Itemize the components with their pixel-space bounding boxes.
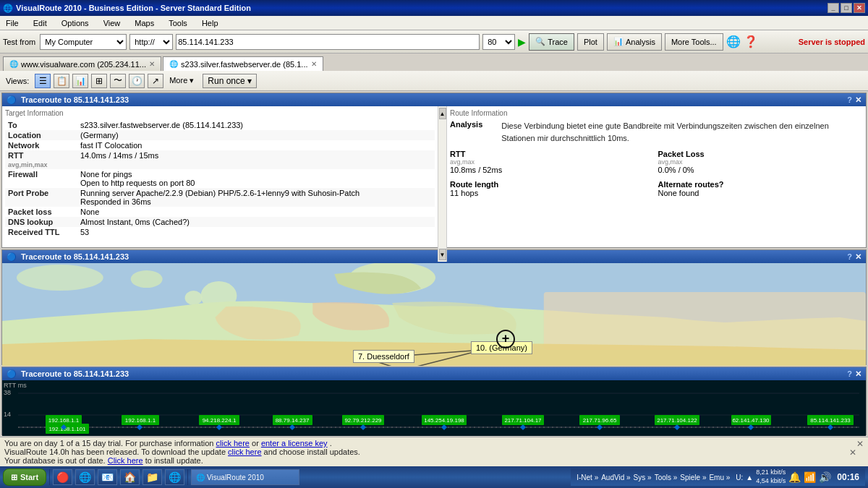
panel3-close[interactable]: ✕ <box>855 369 861 379</box>
panel2-close[interactable]: ✕ <box>855 252 861 262</box>
audvid-label[interactable]: AudVid » <box>601 474 630 481</box>
more-views-label[interactable]: More ▾ <box>169 76 194 85</box>
table-row: To s233.silver.fastwebserver.de (85.114.… <box>5 120 435 130</box>
analysis-label: Analysis <box>626 38 655 46</box>
test-from-select[interactable]: My Computer <box>40 34 127 50</box>
menu-tools[interactable]: Tools <box>166 18 190 28</box>
maximize-button[interactable]: □ <box>841 3 852 13</box>
more-tools-button[interactable]: More Tools... <box>665 33 723 51</box>
svg-marker-45 <box>441 424 447 430</box>
menu-edit[interactable]: Edit <box>30 18 50 28</box>
update-link[interactable]: click here <box>228 448 261 456</box>
menu-maps[interactable]: Maps <box>132 18 157 28</box>
svg-marker-50 <box>827 424 833 430</box>
run-once-button[interactable]: Run once ▾ <box>203 74 257 88</box>
tab-1[interactable]: 🌐 s233.silver.fastwebserver.de (85.1... … <box>163 56 323 71</box>
map-content[interactable]: 5. Frankfurt 7. Duesseldorf 10. (Germany… <box>2 263 866 366</box>
spiele-label[interactable]: Spiele » <box>680 474 706 481</box>
active-app-1[interactable]: 🌐 VisualRoute 2010 <box>191 469 299 485</box>
views-label: Views: <box>6 77 29 85</box>
trial-text: You are on day 1 of a 15 day trial. For … <box>4 439 216 448</box>
plot-button[interactable]: Plot <box>577 33 604 51</box>
view-grid-button[interactable]: ⊞ <box>91 74 107 88</box>
update-end: and choose install updates. <box>264 448 360 456</box>
scroll-down[interactable]: ▼ <box>439 249 446 260</box>
menu-view[interactable]: View <box>101 18 124 28</box>
menu-options[interactable]: Options <box>59 18 92 28</box>
minimize-button[interactable]: _ <box>827 3 839 13</box>
tabs-row: 🌐 www.visualware.com (205.234.11... ✕ 🌐 … <box>0 53 868 71</box>
menu-help[interactable]: Help <box>199 18 221 28</box>
trace-label: Trace <box>548 38 568 46</box>
quicklaunch-5[interactable]: 📁 <box>142 469 162 485</box>
close-button[interactable]: ✕ <box>854 3 865 13</box>
tools-label[interactable]: Tools » <box>655 474 678 481</box>
rtt-sublabel: avg,min,max <box>8 161 48 168</box>
route-info-section: Route Information Analysis Diese Verbind… <box>446 106 866 262</box>
panel3-help[interactable]: ? <box>847 369 852 379</box>
view-graph-button[interactable]: ↗ <box>148 74 163 88</box>
packet-loss-route-row: Packet Loss avg,max 0.0% / 0% <box>658 150 864 174</box>
speed-up: 8,21 kbit/s <box>756 468 786 477</box>
panel2-title: Traceroute to 85.114.141.233 <box>21 252 129 261</box>
protocol-select[interactable]: http:// <box>129 34 173 50</box>
port-select[interactable]: 80 <box>482 34 515 50</box>
quicklaunch-1[interactable]: 🔴 <box>53 469 72 485</box>
license-link[interactable]: enter a license key <box>261 439 328 448</box>
purchase-link[interactable]: click here <box>216 439 250 448</box>
start-button[interactable]: ⊞ Start <box>3 468 46 486</box>
status2-close[interactable]: ✕ <box>849 448 856 458</box>
quicklaunch-2[interactable]: 🌐 <box>75 469 95 485</box>
view-wave-button[interactable]: 〜 <box>110 74 126 88</box>
analysis-text: Diese Verbindung bietet eine gute Bandbr… <box>501 120 863 144</box>
view-list-button[interactable]: ☰ <box>35 74 51 88</box>
tab-1-label: s233.silver.fastwebserver.de (85.1... <box>181 60 307 69</box>
svg-marker-47 <box>597 424 603 430</box>
view-clock-button[interactable]: 🕐 <box>129 74 145 88</box>
svg-marker-41 <box>137 424 142 430</box>
quicklaunch-3[interactable]: 📧 <box>98 469 117 485</box>
status1-close[interactable]: ✕ <box>856 439 864 449</box>
tab-1-close[interactable]: ✕ <box>311 60 317 68</box>
row-label: Received TTL <box>5 227 77 237</box>
view-table-button[interactable]: 📋 <box>54 74 69 88</box>
row-value: 53 <box>77 227 435 237</box>
tab-0[interactable]: 🌐 www.visualware.com (205.234.11... ✕ <box>3 56 161 71</box>
sys-label[interactable]: Sys » <box>634 474 652 481</box>
panel2-help[interactable]: ? <box>847 252 852 262</box>
title-icon: 🌐 <box>3 4 13 13</box>
row-label: Packet loss <box>5 207 77 217</box>
trace-button[interactable]: 🔍 Trace <box>529 33 574 51</box>
view-chart-button[interactable]: 📊 <box>72 74 88 88</box>
analysis-button[interactable]: 📊 Analysis <box>607 33 662 51</box>
views-bar: Views: ☰ 📋 📊 ⊞ 〜 🕐 ↗ More ▾ Run once ▾ <box>0 71 868 91</box>
panel1-close[interactable]: ✕ <box>855 95 861 105</box>
db-update-link[interactable]: Click here <box>108 456 143 465</box>
scrollbar[interactable]: ▲ ▼ <box>438 106 446 262</box>
speed-down: 4,54 kbit/s <box>756 477 786 486</box>
time-display: 00:16 <box>837 472 859 482</box>
scroll-up[interactable]: ▲ <box>439 108 446 119</box>
row-label: Port Probe <box>5 188 77 207</box>
menu-file[interactable]: File <box>3 18 22 28</box>
up-arrow-icon: ▲ <box>746 474 753 481</box>
emu-label[interactable]: Emu » <box>709 474 730 481</box>
quicklaunch-6[interactable]: 🌐 <box>165 469 184 485</box>
inet-label[interactable]: I-Net » <box>576 474 598 481</box>
row-label: To <box>5 120 77 130</box>
target-info-title: Target Information <box>5 109 435 117</box>
svg-marker-48 <box>674 424 680 430</box>
map-svg <box>2 263 866 366</box>
taskbar-sep-2 <box>187 469 188 485</box>
rtt-route-label: RTT <box>450 150 655 158</box>
network-icon: 📶 <box>804 471 816 483</box>
url-input[interactable] <box>176 34 480 50</box>
quicklaunch-4[interactable]: 🏠 <box>120 469 140 485</box>
panel1-help[interactable]: ? <box>847 95 852 105</box>
table-row: RTTavg,min,max 14.0ms / 14ms / 15ms <box>5 150 435 169</box>
tab-0-close[interactable]: ✕ <box>149 60 155 68</box>
svg-point-1 <box>17 265 103 291</box>
taskbar-sep-1 <box>49 469 50 485</box>
panel1-icon: 🔵 <box>7 95 17 105</box>
notification-icon-1: 🔔 <box>788 471 801 483</box>
